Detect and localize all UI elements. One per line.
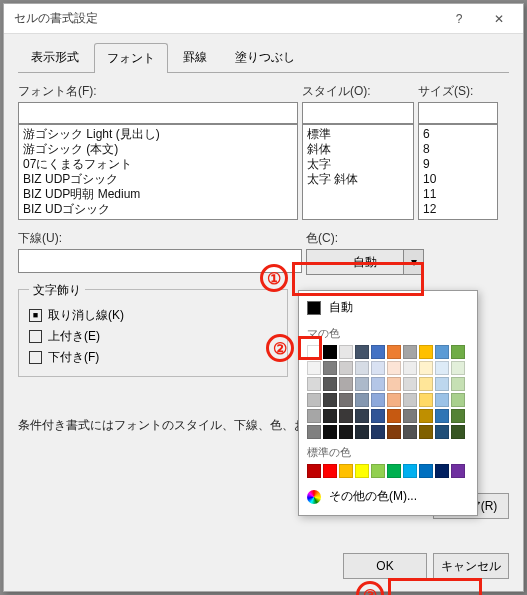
tab-font[interactable]: フォント <box>94 43 168 73</box>
strike-checkbox[interactable] <box>29 309 42 322</box>
color-swatch[interactable] <box>307 409 321 423</box>
color-swatch[interactable] <box>419 393 433 407</box>
color-swatch[interactable] <box>435 377 449 391</box>
style-list[interactable]: 標準 斜体 太字 太字 斜体 <box>302 124 414 220</box>
color-swatch[interactable] <box>307 377 321 391</box>
list-item[interactable]: 標準 <box>307 127 409 142</box>
color-swatch[interactable] <box>323 425 337 439</box>
list-item[interactable]: 8 <box>423 142 493 157</box>
color-swatch[interactable] <box>451 464 465 478</box>
list-item[interactable]: 斜体 <box>307 142 409 157</box>
size-input[interactable] <box>418 102 498 124</box>
color-swatch[interactable] <box>403 393 417 407</box>
color-swatch[interactable] <box>339 393 353 407</box>
underline-select[interactable] <box>18 249 302 273</box>
superscript-checkbox[interactable] <box>29 330 42 343</box>
color-swatch[interactable] <box>387 393 401 407</box>
color-swatch[interactable] <box>355 425 369 439</box>
color-swatch[interactable] <box>403 377 417 391</box>
list-item[interactable]: 12 <box>423 202 493 217</box>
color-swatch[interactable] <box>435 393 449 407</box>
font-name-list[interactable]: 游ゴシック Light (見出し) 游ゴシック (本文) 07にくまるフォント … <box>18 124 298 220</box>
list-item[interactable]: 游ゴシック (本文) <box>23 142 293 157</box>
color-swatch[interactable] <box>355 377 369 391</box>
color-swatch[interactable] <box>387 425 401 439</box>
color-swatch[interactable] <box>387 409 401 423</box>
list-item[interactable]: 游ゴシック Light (見出し) <box>23 127 293 142</box>
color-swatch[interactable] <box>435 464 449 478</box>
color-swatch[interactable] <box>339 361 353 375</box>
cancel-button[interactable]: キャンセル <box>433 553 509 579</box>
color-swatch[interactable] <box>403 409 417 423</box>
color-swatch[interactable] <box>371 409 385 423</box>
color-swatch[interactable] <box>403 425 417 439</box>
color-swatch[interactable] <box>419 409 433 423</box>
color-swatch[interactable] <box>435 345 449 359</box>
color-swatch[interactable] <box>451 377 465 391</box>
color-swatch[interactable] <box>339 409 353 423</box>
color-swatch[interactable] <box>435 425 449 439</box>
color-swatch[interactable] <box>355 345 369 359</box>
color-swatch[interactable] <box>451 361 465 375</box>
color-swatch[interactable] <box>371 393 385 407</box>
color-swatch[interactable] <box>371 377 385 391</box>
list-item[interactable]: 6 <box>423 127 493 142</box>
color-swatch[interactable] <box>355 393 369 407</box>
list-item[interactable]: 07にくまるフォント <box>23 157 293 172</box>
color-swatch[interactable] <box>371 464 385 478</box>
color-swatch[interactable] <box>339 464 353 478</box>
list-item[interactable]: 11 <box>423 187 493 202</box>
color-swatch[interactable] <box>419 425 433 439</box>
tab-number[interactable]: 表示形式 <box>18 42 92 72</box>
color-swatch[interactable] <box>323 409 337 423</box>
color-swatch[interactable] <box>419 464 433 478</box>
color-swatch[interactable] <box>403 361 417 375</box>
subscript-checkbox[interactable] <box>29 351 42 364</box>
ok-button[interactable]: OK <box>343 553 427 579</box>
color-swatch[interactable] <box>339 345 353 359</box>
color-swatch[interactable] <box>355 464 369 478</box>
close-button[interactable]: ✕ <box>479 5 519 33</box>
color-swatch[interactable] <box>451 393 465 407</box>
color-swatch[interactable] <box>419 377 433 391</box>
color-swatch[interactable] <box>435 361 449 375</box>
other-colors-row[interactable]: その他の色(M)... <box>305 486 471 507</box>
color-swatch[interactable] <box>307 361 321 375</box>
size-list[interactable]: 6 8 9 10 11 12 <box>418 124 498 220</box>
color-swatch[interactable] <box>371 361 385 375</box>
color-swatch[interactable] <box>403 464 417 478</box>
tab-border[interactable]: 罫線 <box>170 42 220 72</box>
color-swatch[interactable] <box>355 361 369 375</box>
color-swatch[interactable] <box>451 345 465 359</box>
color-swatch[interactable] <box>339 377 353 391</box>
color-swatch[interactable] <box>387 464 401 478</box>
style-input[interactable] <box>302 102 414 124</box>
color-swatch[interactable] <box>451 425 465 439</box>
color-swatch[interactable] <box>323 345 337 359</box>
color-swatch[interactable] <box>387 377 401 391</box>
list-item[interactable]: 10 <box>423 172 493 187</box>
color-swatch[interactable] <box>403 345 417 359</box>
color-swatch[interactable] <box>323 361 337 375</box>
color-swatch[interactable] <box>451 409 465 423</box>
color-swatch[interactable] <box>371 345 385 359</box>
color-swatch[interactable] <box>387 361 401 375</box>
color-swatch[interactable] <box>323 377 337 391</box>
list-item[interactable]: BIZ UDPゴシック <box>23 172 293 187</box>
list-item[interactable]: BIZ UDゴシック <box>23 202 293 217</box>
help-button[interactable]: ? <box>439 5 479 33</box>
font-name-input[interactable] <box>18 102 298 124</box>
list-item[interactable]: BIZ UDP明朝 Medium <box>23 187 293 202</box>
tab-fill[interactable]: 塗りつぶし <box>222 42 308 72</box>
list-item[interactable]: 9 <box>423 157 493 172</box>
color-swatch[interactable] <box>339 425 353 439</box>
color-auto-row[interactable]: 自動 <box>305 295 471 320</box>
color-swatch[interactable] <box>355 409 369 423</box>
color-swatch[interactable] <box>307 393 321 407</box>
list-item[interactable]: 太字 斜体 <box>307 172 409 187</box>
list-item[interactable]: 太字 <box>307 157 409 172</box>
color-swatch[interactable] <box>387 345 401 359</box>
color-swatch[interactable] <box>371 425 385 439</box>
color-swatch[interactable] <box>419 361 433 375</box>
color-swatch[interactable] <box>307 425 321 439</box>
